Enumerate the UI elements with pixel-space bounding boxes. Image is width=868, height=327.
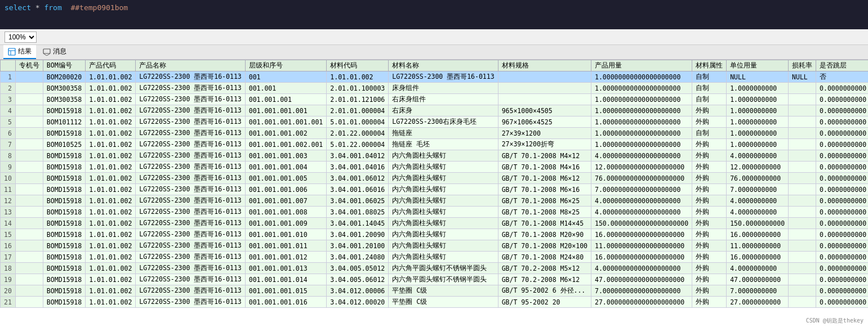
- table-row[interactable]: 17BOMD159181.01.01.002LG7220SS-2300 墨西哥1…: [1, 252, 869, 263]
- cell-6: 3.04.001.24080: [327, 252, 389, 263]
- cell-7: 内六角圆柱头螺钉: [389, 162, 498, 173]
- cell-4: LG7220SS-2300 墨西哥16-0113: [136, 150, 245, 162]
- cell-8: [498, 83, 591, 94]
- cell-6: 2.01.01.000004: [327, 105, 389, 117]
- cell-5: 001.001.001.009: [245, 218, 327, 229]
- cell-8: 967×1006×4525: [498, 117, 591, 128]
- table-row[interactable]: 1BOM2000201.01.01.002LG7220SS-2300 墨西哥16…: [1, 71, 869, 83]
- cell-2: BOMD15918: [43, 229, 85, 240]
- results-area[interactable]: 专机号 BOM编号 产品代码 产品名称 层级和序号 材料代码 材料名称 材料规格…: [0, 60, 868, 327]
- cell-6: 3.04.012.00020: [327, 297, 389, 308]
- cell-10: 外购: [692, 218, 727, 229]
- table-row[interactable]: 5BOM1011121.01.01.002LG7220SS-2300 墨西哥16…: [1, 117, 869, 128]
- cell-5: 001.001.001.007: [245, 195, 327, 207]
- cell-1: [15, 71, 43, 83]
- table-row[interactable]: 19BOMD159181.01.01.002LG7220SS-2300 墨西哥1…: [1, 274, 869, 285]
- cell-6: 3.04.012.00006: [327, 285, 389, 297]
- cell-11: 4.0000000000: [727, 263, 789, 274]
- table-row[interactable]: 11BOMD159181.01.01.002LG7220SS-2300 墨西哥1…: [1, 184, 869, 195]
- cell-10: 外购: [692, 195, 727, 207]
- cell-2: BOMD15918: [43, 297, 85, 308]
- table-row[interactable]: 8BOMD159181.01.01.002LG7220SS-2300 墨西哥16…: [1, 150, 869, 162]
- cell-7: 内六角圆柱头螺钉: [389, 150, 498, 162]
- table-row[interactable]: 2BOM3003581.01.01.002LG7220SS-2300 墨西哥16…: [1, 83, 869, 94]
- row-number: 5: [1, 117, 16, 128]
- tab-messages[interactable]: 消息: [38, 45, 71, 59]
- cell-9: 1.00000000000000000000: [591, 94, 692, 105]
- table-row[interactable]: 9BOMD159181.01.01.002LG7220SS-2300 墨西哥16…: [1, 162, 869, 173]
- cell-13: 否: [816, 71, 868, 83]
- table-row[interactable]: 3BOM3003581.01.01.002LG7220SS-2300 墨西哥16…: [1, 94, 869, 105]
- table-row[interactable]: 21BOMD159181.01.01.002LG7220SS-2300 墨西哥1…: [1, 297, 869, 308]
- cell-7: LG7220SS-2300右床身毛坯: [389, 117, 498, 128]
- col-产品用量: 产品用量: [591, 60, 692, 71]
- cell-4: LG7220SS-2300 墨西哥16-0113: [136, 162, 245, 173]
- table-row[interactable]: 6BOMD159181.01.01.002LG7220SS-2300 墨西哥16…: [1, 128, 869, 139]
- cell-2: BOM300358: [43, 94, 85, 105]
- row-number: 9: [1, 162, 16, 173]
- cell-5: 001.001.001.016: [245, 297, 327, 308]
- cell-3: 1.01.01.002: [86, 173, 136, 184]
- sql-from-keyword: from: [44, 3, 61, 12]
- cell-2: BOM300358: [43, 83, 85, 94]
- cell-1: [15, 207, 43, 218]
- cell-9: 1.00000000000000000000: [591, 139, 692, 150]
- table-body: 1BOM2000201.01.01.002LG7220SS-2300 墨西哥16…: [1, 71, 869, 308]
- tab-results[interactable]: 结果: [3, 45, 36, 59]
- cell-5: 001: [245, 71, 327, 83]
- table-row[interactable]: 13BOMD159181.01.01.002LG7220SS-2300 墨西哥1…: [1, 207, 869, 218]
- cell-6: 3.04.005.06012: [327, 274, 389, 285]
- cell-10: 外购: [692, 252, 727, 263]
- table-row[interactable]: 18BOMD159181.01.01.002LG7220SS-2300 墨西哥1…: [1, 263, 869, 274]
- cell-13: 0.0000000000: [816, 195, 868, 207]
- cell-10: 外购: [692, 150, 727, 162]
- cell-2: BOMD15918: [43, 252, 85, 263]
- cell-12: [789, 229, 816, 240]
- cell-8: GB/T 70.1-2008 M20×100: [498, 240, 591, 252]
- cell-8: GB/T 70.1-2008 M24×80: [498, 252, 591, 263]
- row-number: 16: [1, 240, 16, 252]
- cell-9: 1.00000000000000000000: [591, 83, 692, 94]
- cell-7: 内六角圆柱头螺钉: [389, 218, 498, 229]
- cell-2: BOMD15918: [43, 184, 85, 195]
- cell-9: 4.00000000000000000000: [591, 150, 692, 162]
- cell-6: 3.04.001.14045: [327, 218, 389, 229]
- table-row[interactable]: 7BOM0105251.01.01.002LG7220SS-2300 墨西哥16…: [1, 139, 869, 150]
- cell-3: 1.01.01.002: [86, 207, 136, 218]
- cell-4: LG7220SS-2300 墨西哥16-0113: [136, 94, 245, 105]
- cell-5: 001.001.001.003: [245, 150, 327, 162]
- cell-10: 外购: [692, 229, 727, 240]
- table-row[interactable]: 10BOMD159181.01.01.002LG7220SS-2300 墨西哥1…: [1, 173, 869, 184]
- cell-1: [15, 173, 43, 184]
- table-row[interactable]: 4BOMD159181.01.01.002LG7220SS-2300 墨西哥16…: [1, 105, 869, 117]
- cell-2: BOMD15918: [43, 274, 85, 285]
- table-row[interactable]: 12BOMD159181.01.01.002LG7220SS-2300 墨西哥1…: [1, 195, 869, 207]
- cell-13: 0.0000000000: [816, 274, 868, 285]
- table-row[interactable]: 20BOMD159181.01.01.002LG7220SS-2300 墨西哥1…: [1, 285, 869, 297]
- cell-10: 外购: [692, 184, 727, 195]
- cell-9: 12.00000000000000000000: [591, 162, 692, 173]
- cell-13: 0.0000000000: [816, 162, 868, 173]
- cell-13: 0.0000000000: [816, 117, 868, 128]
- table-row[interactable]: 15BOMD159181.01.01.002LG7220SS-2300 墨西哥1…: [1, 229, 869, 240]
- cell-6: 2.01.01.100003: [327, 83, 389, 94]
- table-row[interactable]: 16BOMD159181.01.01.002LG7220SS-2300 墨西哥1…: [1, 240, 869, 252]
- cell-9: 16.00000000000000000000: [591, 252, 692, 263]
- cell-12: [789, 218, 816, 229]
- sql-table-name: ##temp0901bom: [70, 3, 128, 12]
- sql-editor[interactable]: select * from ##temp0901bom: [0, 0, 868, 29]
- toolbar: 100% 50% 75% 125% 150%: [0, 29, 868, 45]
- cell-9: 11.00000000000000000000: [591, 240, 692, 252]
- cell-7: 内六角圆柱头螺钉: [389, 173, 498, 184]
- cell-4: LG7220SS-2300 墨西哥16-0113: [136, 128, 245, 139]
- cell-8: GB/T 70.2-2008 M6×12: [498, 274, 591, 285]
- cell-11: 27.0000000000: [727, 297, 789, 308]
- cell-1: [15, 105, 43, 117]
- row-number: 21: [1, 297, 16, 308]
- cell-3: 1.01.01.002: [86, 117, 136, 128]
- cell-11: 7.0000000000: [727, 184, 789, 195]
- cell-13: 0.0000000000: [816, 83, 868, 94]
- zoom-select[interactable]: 100% 50% 75% 125% 150%: [5, 32, 37, 43]
- table-row[interactable]: 14BOMD159181.01.01.002LG7220SS-2300 墨西哥1…: [1, 218, 869, 229]
- sql-text: select * from ##temp0901bom: [5, 3, 128, 12]
